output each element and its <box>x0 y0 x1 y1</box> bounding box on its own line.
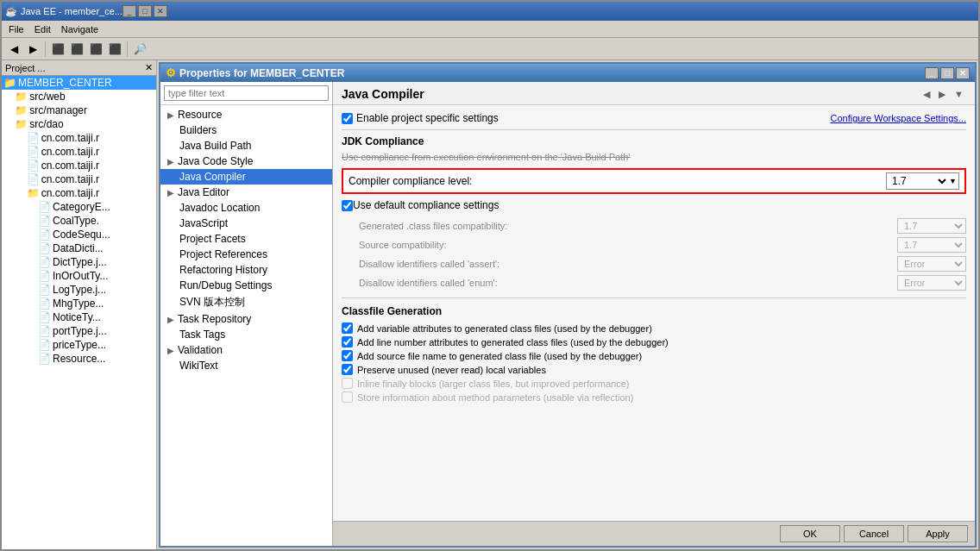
apply-button[interactable]: Apply <box>908 525 968 542</box>
toolbar-btn-3[interactable]: ⬛ <box>49 41 66 58</box>
disallow-enum-select[interactable]: Error <box>897 275 966 291</box>
source-compat-select[interactable]: 1.7 <box>897 237 966 253</box>
back-arrow[interactable]: ◀ <box>920 88 933 101</box>
expand-arrow-icon: ▶ <box>167 188 174 197</box>
dialog-title: Properties for MEMBER_CENTER <box>179 67 344 79</box>
tree-item[interactable]: 📁src/web <box>2 90 156 103</box>
nav-item-svn[interactable]: SVN 版本控制 <box>160 293 332 311</box>
nav-item-java_compiler[interactable]: Java Compiler <box>160 169 332 185</box>
compiler-compliance-select-wrapper: 1.7 1.6 1.5 ▼ <box>886 172 959 190</box>
tree-label: cn.com.taiji.r <box>41 187 99 199</box>
toolbar-btn-4[interactable]: ⬛ <box>68 41 85 58</box>
nav-item-javadoc_location[interactable]: Javadoc Location <box>160 200 332 216</box>
edit-menu[interactable]: Edit <box>29 22 56 36</box>
nav-item-java_code_style[interactable]: ▶Java Code Style <box>160 153 332 169</box>
dialog-maximize[interactable]: □ <box>940 67 954 79</box>
filter-input[interactable] <box>164 85 329 101</box>
classfile-section: Add variable attributes to generated cla… <box>342 322 966 403</box>
nav-item-wikitext[interactable]: WikiText <box>160 358 332 373</box>
nav-item-builders[interactable]: Builders <box>160 122 332 138</box>
tree-icon: 📄 <box>27 173 40 185</box>
nav-item-java_editor[interactable]: ▶Java Editor <box>160 185 332 200</box>
toolbar-btn-5[interactable]: ⬛ <box>87 41 104 58</box>
toolbar-btn-2[interactable]: ▶ <box>24 41 41 58</box>
tree-icon: 📄 <box>38 215 51 227</box>
classfile-checkbox-add_source_file[interactable] <box>342 350 353 361</box>
tree-item[interactable]: 📄MhgType... <box>2 297 156 310</box>
classfile-checkbox-add_line_number[interactable] <box>342 336 353 348</box>
tree-item[interactable]: 📄NoticeTy... <box>2 310 156 324</box>
tree-item[interactable]: 📁cn.com.taiji.r <box>2 186 156 200</box>
dialog-close[interactable]: ✕ <box>956 67 970 79</box>
disallow-assert-select[interactable]: Error <box>897 256 966 272</box>
tree-item[interactable]: 📄cn.com.taiji.r <box>2 159 156 172</box>
nav-item-refactoring_history[interactable]: Refactoring History <box>160 262 332 278</box>
tree-item[interactable]: 📁MEMBER_CENTER <box>2 76 156 90</box>
tree-item[interactable]: 📄CoalType. <box>2 214 156 228</box>
nav-item-label: JavaScript <box>179 217 228 229</box>
nav-item-project_facets[interactable]: Project Facets <box>160 231 332 247</box>
tree-item[interactable]: 📄DictType.j... <box>2 255 156 269</box>
toolbar-btn-7[interactable]: 🔎 <box>131 41 148 58</box>
toolbar-btn-6[interactable]: ⬛ <box>106 41 123 58</box>
nav-item-run_debug_settings[interactable]: Run/Debug Settings <box>160 278 332 293</box>
tree-item[interactable]: 📁src/manager <box>2 103 156 117</box>
nav-item-task_tags[interactable]: Task Tags <box>160 327 332 342</box>
tree-label: cn.com.taiji.r <box>41 146 99 158</box>
explorer-close-icon[interactable]: ✕ <box>145 62 153 73</box>
nav-item-validation[interactable]: ▶Validation <box>160 342 332 358</box>
nav-item-java_build_path[interactable]: Java Build Path <box>160 138 332 153</box>
nav-item-project_references[interactable]: Project References <box>160 247 332 262</box>
use-default-checkbox[interactable] <box>342 200 353 211</box>
close-button[interactable]: ✕ <box>154 5 167 17</box>
nav-arrows: ◀ ▶ ▼ <box>920 88 966 101</box>
nav-item-resource[interactable]: ▶Resource <box>160 107 332 122</box>
classfile-label-store_method: Store information about method parameter… <box>357 392 633 403</box>
toolbar-separator <box>45 41 46 57</box>
classfile-item-inline_finally: Inline finally blocks (larger class file… <box>342 378 966 389</box>
tree-item[interactable]: 📄cn.com.taiji.r <box>2 145 156 159</box>
file-menu[interactable]: File <box>3 22 29 36</box>
minimize-button[interactable]: _ <box>122 5 136 17</box>
expand-arrow-icon: ▶ <box>167 157 174 166</box>
cancel-button[interactable]: Cancel <box>844 525 904 542</box>
tree-item[interactable]: 📄Resource... <box>2 352 156 366</box>
nav-item-task_repository[interactable]: ▶Task Repository <box>160 311 332 327</box>
tree-item[interactable]: 📄cn.com.taiji.r <box>2 172 156 186</box>
classfile-checkbox-preserve_unused[interactable] <box>342 364 353 375</box>
tree-label: MhgType... <box>53 297 104 310</box>
compiler-compliance-select[interactable]: 1.7 1.6 1.5 <box>887 173 949 189</box>
ok-button[interactable]: OK <box>780 525 840 542</box>
dropdown-arrow[interactable]: ▼ <box>952 88 966 100</box>
enable-specific-checkbox[interactable] <box>342 113 353 124</box>
tree-indent <box>3 187 27 199</box>
tree-item[interactable]: 📄CategoryE... <box>2 200 156 214</box>
tree-item[interactable]: 📄cn.com.taiji.r <box>2 131 156 145</box>
generated-class-select[interactable]: 1.7 <box>897 218 966 234</box>
tree-item[interactable]: 📄InOrOutTy... <box>2 269 156 283</box>
navigate-menu[interactable]: Navigate <box>56 22 104 36</box>
tree-item[interactable]: 📄CodeSequ... <box>2 228 156 241</box>
toolbar-btn-1[interactable]: ◀ <box>5 41 22 58</box>
configure-workspace-link[interactable]: Configure Workspace Settings... <box>830 113 966 123</box>
tree-icon: 📁 <box>15 104 28 116</box>
tree-label: CategoryE... <box>53 201 110 213</box>
dialog-icon: ⚙ <box>166 66 176 79</box>
maximize-button[interactable]: □ <box>138 5 152 17</box>
dialog-controls: _ □ ✕ <box>925 67 970 79</box>
tree-item[interactable]: 📁src/dao <box>2 117 156 131</box>
project-tree: 📁MEMBER_CENTER 📁src/web 📁src/manager 📁sr… <box>2 76 156 549</box>
classfile-checkbox-add_variable[interactable] <box>342 322 353 334</box>
tree-item[interactable]: 📄DataDicti... <box>2 241 156 255</box>
properties-content: Java Compiler ◀ ▶ ▼ Enable project speci… <box>333 82 975 546</box>
dialog-minimize[interactable]: _ <box>925 67 939 79</box>
forward-arrow[interactable]: ▶ <box>936 88 948 101</box>
tree-item[interactable]: 📄priceType... <box>2 338 156 352</box>
tree-item[interactable]: 📄LogType.j... <box>2 283 156 297</box>
nav-item-label: Java Editor <box>178 186 229 198</box>
nav-item-javascript[interactable]: JavaScript <box>160 216 332 231</box>
classfile-label-add_variable: Add variable attributes to generated cla… <box>357 323 652 334</box>
tree-label: priceType... <box>53 339 106 351</box>
tree-item[interactable]: 📄portType.j... <box>2 324 156 338</box>
nav-item-label: Project Facets <box>179 233 246 245</box>
